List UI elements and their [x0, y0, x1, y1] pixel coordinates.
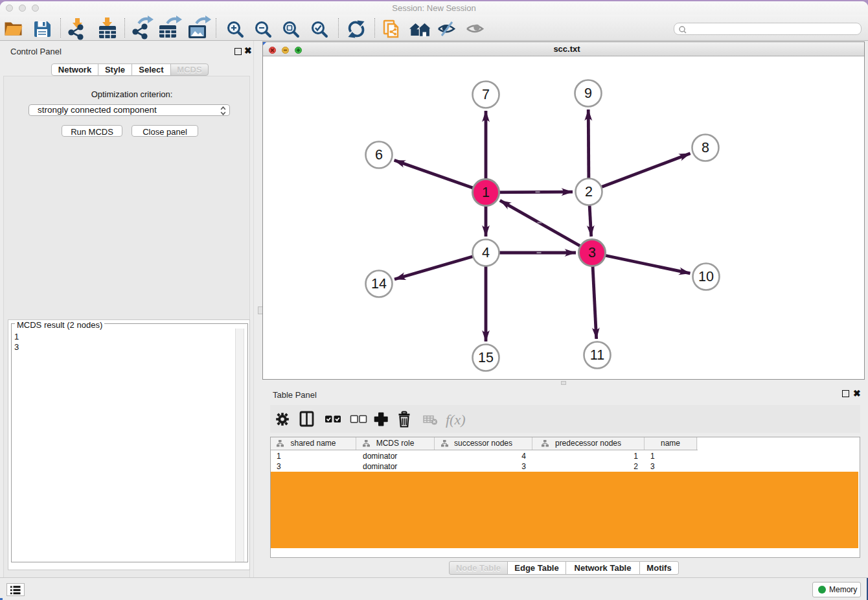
- svg-text:f(x): f(x): [446, 411, 466, 428]
- svg-text:7: 7: [482, 87, 490, 102]
- svg-text:4: 4: [482, 245, 490, 260]
- svg-text:3: 3: [588, 245, 596, 260]
- svg-text:1: 1: [482, 185, 490, 200]
- svg-text:8: 8: [702, 140, 709, 156]
- svg-text:10: 10: [698, 269, 714, 284]
- svg-text:6: 6: [375, 147, 383, 163]
- svg-text:2: 2: [585, 184, 593, 200]
- svg-text:14: 14: [371, 276, 387, 292]
- svg-text:15: 15: [478, 350, 494, 365]
- svg-text:11: 11: [590, 347, 604, 363]
- svg-text:9: 9: [584, 86, 592, 101]
